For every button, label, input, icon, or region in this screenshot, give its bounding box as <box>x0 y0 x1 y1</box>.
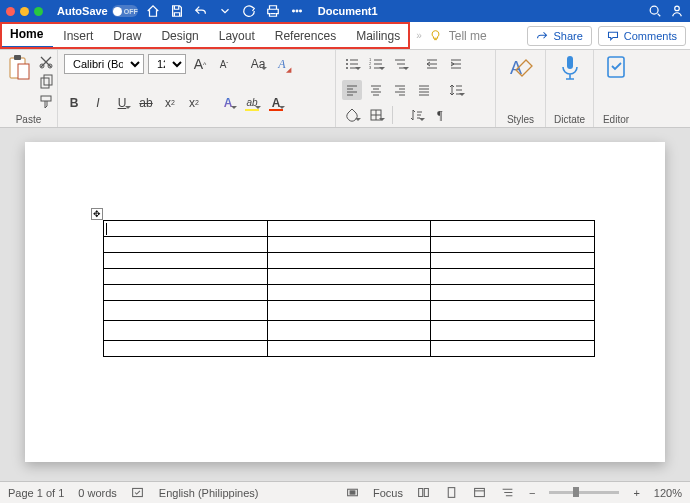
font-name-select[interactable]: Calibri (Bo… <box>64 54 144 74</box>
language-indicator[interactable]: English (Philippines) <box>159 487 259 499</box>
table-cell[interactable] <box>267 253 431 269</box>
superscript-button[interactable]: x2 <box>184 93 204 113</box>
table-row[interactable] <box>104 341 595 357</box>
table-cell[interactable] <box>267 321 431 341</box>
dictate-button[interactable] <box>557 54 583 82</box>
home-icon[interactable] <box>146 4 160 18</box>
print-icon[interactable] <box>266 4 280 18</box>
table-cell[interactable] <box>267 221 431 237</box>
change-case-button[interactable]: Aa <box>248 54 268 74</box>
table-row[interactable] <box>104 301 595 321</box>
page[interactable]: ✥ <box>25 142 665 462</box>
more-tabs-icon[interactable]: » <box>416 30 422 41</box>
read-mode-icon[interactable] <box>417 486 431 500</box>
grow-font-button[interactable]: A^ <box>190 54 210 74</box>
table-cell[interactable] <box>104 301 268 321</box>
editor-button[interactable] <box>603 54 629 82</box>
table-row[interactable] <box>104 321 595 341</box>
table-move-handle-icon[interactable]: ✥ <box>91 208 103 220</box>
search-icon[interactable] <box>648 4 662 18</box>
zoom-in-button[interactable]: + <box>633 487 639 499</box>
table-cell[interactable] <box>104 321 268 341</box>
text-effects-button[interactable]: A <box>218 93 238 113</box>
justify-button[interactable] <box>414 80 434 100</box>
highlight-button[interactable]: ab <box>242 93 262 113</box>
borders-button[interactable] <box>366 105 386 125</box>
sort-button[interactable] <box>406 105 426 125</box>
table-cell[interactable] <box>267 269 431 285</box>
print-layout-icon[interactable] <box>445 486 459 500</box>
table-cell[interactable] <box>104 237 268 253</box>
strike-button[interactable]: ab <box>136 93 156 113</box>
tab-design[interactable]: Design <box>151 22 208 49</box>
table-cell[interactable] <box>267 285 431 301</box>
zoom-thumb[interactable] <box>573 487 579 497</box>
table-row[interactable] <box>104 269 595 285</box>
tab-draw[interactable]: Draw <box>103 22 151 49</box>
numbering-button[interactable]: 123 <box>366 54 386 74</box>
focus-icon[interactable] <box>345 486 359 500</box>
focus-label[interactable]: Focus <box>373 487 403 499</box>
autosave-switch[interactable]: OFF <box>112 5 138 17</box>
table-cell[interactable] <box>431 341 595 357</box>
table-cell[interactable] <box>431 301 595 321</box>
align-center-button[interactable] <box>366 80 386 100</box>
table-cell[interactable] <box>104 269 268 285</box>
zoom-level[interactable]: 120% <box>654 487 682 499</box>
paste-button[interactable] <box>6 54 32 82</box>
multilevel-button[interactable] <box>390 54 410 74</box>
table-row[interactable] <box>104 237 595 253</box>
shrink-font-button[interactable]: Aˇ <box>214 54 234 74</box>
tab-layout[interactable]: Layout <box>209 22 265 49</box>
clear-format-button[interactable]: A◢ <box>272 54 292 74</box>
table-row[interactable] <box>104 285 595 301</box>
cut-icon[interactable] <box>38 54 54 70</box>
tab-insert[interactable]: Insert <box>53 22 103 49</box>
table-row[interactable] <box>104 253 595 269</box>
tab-home[interactable]: Home <box>0 22 53 49</box>
shading-button[interactable] <box>342 105 362 125</box>
show-marks-button[interactable]: ¶ <box>430 105 450 125</box>
minimize-window[interactable] <box>20 7 29 16</box>
align-left-button[interactable] <box>342 80 362 100</box>
chevron-down-icon[interactable] <box>218 4 232 18</box>
tell-me-search[interactable]: Tell me <box>449 29 487 43</box>
table-cell[interactable] <box>431 253 595 269</box>
page-indicator[interactable]: Page 1 of 1 <box>8 487 64 499</box>
underline-button[interactable]: U <box>112 93 132 113</box>
autosave-toggle[interactable]: AutoSave OFF <box>57 5 138 17</box>
table-cell[interactable] <box>267 341 431 357</box>
redo-icon[interactable] <box>242 4 256 18</box>
close-window[interactable] <box>6 7 15 16</box>
account-icon[interactable] <box>670 4 684 18</box>
zoom-slider[interactable] <box>549 491 619 494</box>
bullets-button[interactable] <box>342 54 362 74</box>
italic-button[interactable]: I <box>88 93 108 113</box>
table-cell[interactable] <box>431 285 595 301</box>
font-color-button[interactable]: A <box>266 93 286 113</box>
line-spacing-button[interactable] <box>446 80 466 100</box>
zoom-out-button[interactable]: − <box>529 487 535 499</box>
spellcheck-icon[interactable] <box>131 486 145 500</box>
more-icon[interactable] <box>290 4 304 18</box>
table-cell[interactable] <box>431 221 595 237</box>
comments-button[interactable]: Comments <box>598 26 686 46</box>
word-count[interactable]: 0 words <box>78 487 117 499</box>
document-table[interactable] <box>103 220 595 357</box>
tab-references[interactable]: References <box>265 22 346 49</box>
table-cell[interactable] <box>431 269 595 285</box>
table-cell[interactable] <box>431 321 595 341</box>
copy-icon[interactable] <box>38 74 54 90</box>
table-cell[interactable] <box>104 221 268 237</box>
table-cell[interactable] <box>104 341 268 357</box>
styles-button[interactable]: A <box>508 54 534 82</box>
bold-button[interactable]: B <box>64 93 84 113</box>
web-layout-icon[interactable] <box>473 486 487 500</box>
undo-icon[interactable] <box>194 4 208 18</box>
table-cell[interactable] <box>431 237 595 253</box>
table-cell[interactable] <box>267 237 431 253</box>
font-size-select[interactable]: 12 <box>148 54 186 74</box>
table-cell[interactable] <box>267 301 431 321</box>
maximize-window[interactable] <box>34 7 43 16</box>
save-icon[interactable] <box>170 4 184 18</box>
